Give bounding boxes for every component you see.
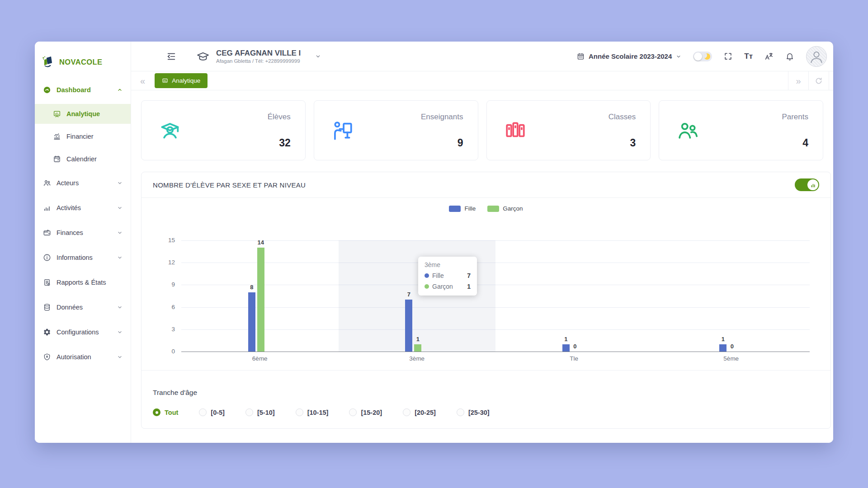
- bar-group-6ème[interactable]: 814: [181, 240, 339, 352]
- sidebar-item-label: Dashboard: [57, 86, 117, 94]
- bell-icon[interactable]: [785, 52, 794, 61]
- tabs-scroll-left-icon[interactable]: «: [137, 76, 149, 85]
- radio-icon: [245, 408, 253, 416]
- fullscreen-icon[interactable]: [724, 52, 732, 61]
- bar-Fille-5ème: 1: [719, 240, 726, 352]
- sidebar-item-label: Informations: [57, 254, 117, 261]
- stat-card-classes[interactable]: Classes 3: [486, 100, 651, 160]
- calendar-icon: [577, 52, 585, 60]
- y-tick-label: 15: [150, 237, 175, 244]
- bar-group-Tle[interactable]: 10: [495, 240, 653, 352]
- chart-tooltip: 3ème Fille 7 Garçon 1: [418, 257, 477, 296]
- brand-logo: NOVACOLE: [35, 48, 131, 76]
- sidebar-item-analytique[interactable]: Analytique: [35, 104, 131, 124]
- bar-value-label: 8: [250, 284, 253, 291]
- radio-icon: [153, 408, 160, 416]
- sidebar-item-acteurs[interactable]: Acteurs: [35, 172, 131, 194]
- radio-0-5[interactable]: [0-5]: [199, 408, 225, 416]
- chart-card: NOMBRE D'ÉLÈVE PAR SEXE ET PAR NIVEAU Fi…: [141, 172, 831, 429]
- sidebar-item-label: Données: [57, 304, 117, 311]
- tab-analytique[interactable]: Analytique: [155, 73, 208, 88]
- activity-bars-icon: [43, 204, 51, 212]
- translate-icon[interactable]: [764, 52, 774, 61]
- moon-icon: [704, 53, 710, 60]
- chevron-down-icon: [117, 354, 123, 360]
- sidebar-item-financier[interactable]: Financier: [35, 127, 131, 146]
- bar-Garçon-5ème: 0: [728, 240, 736, 352]
- radio-20-25[interactable]: [20-25]: [403, 408, 436, 416]
- y-tick-label: 9: [150, 281, 175, 288]
- chevron-down-icon: [117, 230, 123, 235]
- sidebar-item-label: Configurations: [57, 328, 117, 336]
- dark-mode-toggle[interactable]: [693, 52, 712, 61]
- chevron-down-icon: [117, 205, 123, 211]
- radio-icon: [349, 408, 357, 416]
- bar-value-label: 0: [731, 343, 734, 350]
- tooltip-row: Fille 7: [425, 272, 471, 279]
- age-filter-options: Tout [0-5] [5-10] [10-15] [15-20] [20-25…: [153, 408, 819, 416]
- chevron-down-icon: [676, 54, 681, 59]
- sidebar-item-rapports[interactable]: Rapports & États: [35, 272, 131, 293]
- stat-value: 9: [458, 137, 463, 149]
- settings-button[interactable]: [829, 71, 833, 90]
- finance-chart-icon: [53, 132, 61, 141]
- sidebar-item-configurations[interactable]: Configurations: [35, 321, 131, 343]
- sidebar-item-label: Activités: [57, 204, 117, 211]
- sidebar-item-label: Rapports & États: [57, 279, 123, 286]
- wallet-icon: [43, 229, 51, 237]
- school-selector[interactable]: CEG AFAGNAN VILLE I Afagan Gbletta / Tél…: [196, 49, 321, 64]
- y-tick-label: 0: [150, 348, 175, 355]
- age-filter-title: Tranche d'âge: [153, 389, 819, 397]
- stat-card-enseignants[interactable]: Enseignants 9: [314, 100, 478, 160]
- legend-swatch: [487, 206, 499, 212]
- radio-10-15[interactable]: [10-15]: [296, 408, 329, 416]
- chart-header: NOMBRE D'ÉLÈVE PAR SEXE ET PAR NIVEAU: [142, 172, 830, 198]
- x-tick-label: 6ème: [181, 355, 339, 362]
- sidebar-item-finances[interactable]: Finances: [35, 222, 131, 244]
- chart-body: Fille Garçon 3ème Fille: [142, 198, 830, 371]
- content: Élèves 32 Enseignants 9 Classes 3: [131, 90, 833, 443]
- radio-15-20[interactable]: [15-20]: [349, 408, 382, 416]
- legend-item-garcon[interactable]: Garçon: [487, 205, 523, 212]
- font-size-icon[interactable]: Tᴛ: [744, 52, 753, 61]
- graduation-cap-icon: [196, 50, 210, 63]
- radio-icon: [199, 408, 207, 416]
- stat-label: Classes: [609, 113, 636, 122]
- bar-Fille-Tle: 1: [562, 240, 570, 352]
- age-filter-section: Tranche d'âge Tout [0-5] [5-10] [10-15] …: [142, 370, 830, 428]
- user-avatar[interactable]: [806, 46, 827, 67]
- legend-item-fille[interactable]: Fille: [449, 205, 476, 212]
- chevron-down-icon: [117, 305, 123, 310]
- dashboard-icon: [43, 86, 51, 94]
- classroom-icon: [504, 119, 527, 142]
- stat-value: 32: [279, 137, 291, 149]
- sidebar-item-calendrier[interactable]: Calendrier: [35, 149, 131, 169]
- sidebar-item-label: Calendrier: [66, 155, 123, 163]
- sidebar: NOVACOLE Dashboard Analytique Fi: [35, 42, 131, 443]
- refresh-button[interactable]: [808, 71, 829, 90]
- sidebar-item-informations[interactable]: Informations: [35, 247, 131, 268]
- bar-value-label: 7: [407, 291, 410, 298]
- app-window: NOVACOLE Dashboard Analytique Fi: [35, 42, 833, 443]
- radio-icon: [457, 408, 464, 416]
- school-year-selector[interactable]: Année Scolaire 2023-2024: [577, 52, 681, 60]
- stats-row: Élèves 32 Enseignants 9 Classes 3: [141, 100, 823, 160]
- radio-25-30[interactable]: [25-30]: [457, 408, 490, 416]
- tabs-scroll-right-button[interactable]: »: [788, 71, 808, 90]
- bar-value-label: 14: [258, 239, 264, 246]
- sidebar-item-activites[interactable]: Activités: [35, 197, 131, 219]
- sidebar-item-dashboard[interactable]: Dashboard: [35, 79, 131, 101]
- bar-group-5ème[interactable]: 10: [653, 240, 810, 352]
- stat-card-parents[interactable]: Parents 4: [659, 100, 823, 160]
- chevron-down-icon: [117, 255, 123, 260]
- bar-Fille-6ème: 8: [248, 240, 255, 352]
- sidebar-item-autorisation[interactable]: Autorisation: [35, 346, 131, 368]
- menu-fold-icon[interactable]: [166, 52, 176, 61]
- sidebar-item-donnees[interactable]: Données: [35, 296, 131, 318]
- y-tick-label: 6: [150, 304, 175, 310]
- chart-type-toggle[interactable]: [795, 178, 819, 191]
- radio-tout[interactable]: Tout: [153, 408, 178, 416]
- stat-card-eleves[interactable]: Élèves 32: [141, 100, 306, 160]
- radio-5-10[interactable]: [5-10]: [245, 408, 275, 416]
- bar-chart-icon: [807, 179, 818, 190]
